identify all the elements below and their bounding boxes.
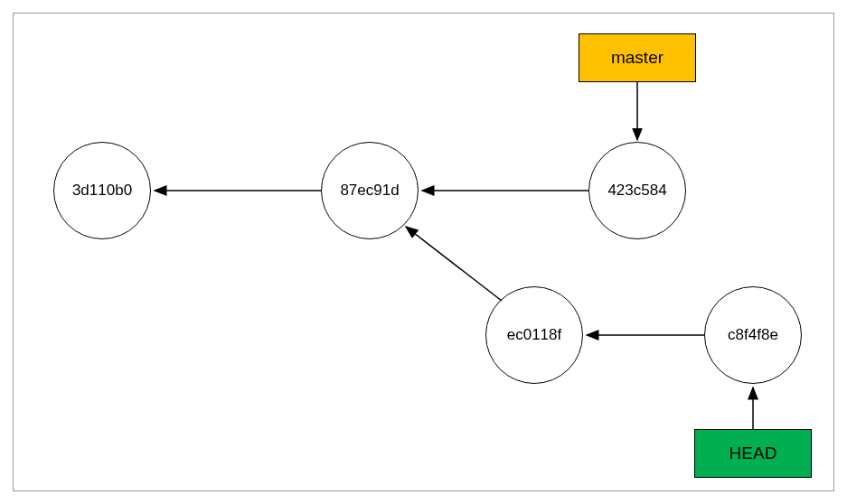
ref-label-master: master bbox=[579, 33, 696, 82]
commit-node: c8f4f8e bbox=[704, 286, 802, 384]
diagram-frame: master HEAD 3d110b0 87ec91d 423c584 ec01… bbox=[13, 13, 834, 491]
commit-node: 3d110b0 bbox=[53, 142, 151, 239]
commit-node: ec0118f bbox=[485, 286, 583, 384]
commit-hash: ec0118f bbox=[507, 326, 562, 344]
commit-node: 423c584 bbox=[588, 142, 686, 239]
arrow-edge bbox=[406, 227, 502, 301]
ref-label-head: HEAD bbox=[694, 429, 812, 478]
commit-node: 87ec91d bbox=[321, 142, 419, 239]
ref-label-text: HEAD bbox=[729, 443, 777, 463]
arrows-layer bbox=[14, 14, 835, 492]
commit-hash: 3d110b0 bbox=[72, 182, 132, 200]
ref-label-text: master bbox=[611, 48, 663, 68]
commit-hash: 87ec91d bbox=[340, 182, 399, 200]
commit-hash: 423c584 bbox=[607, 182, 666, 200]
commit-hash: c8f4f8e bbox=[728, 326, 778, 344]
